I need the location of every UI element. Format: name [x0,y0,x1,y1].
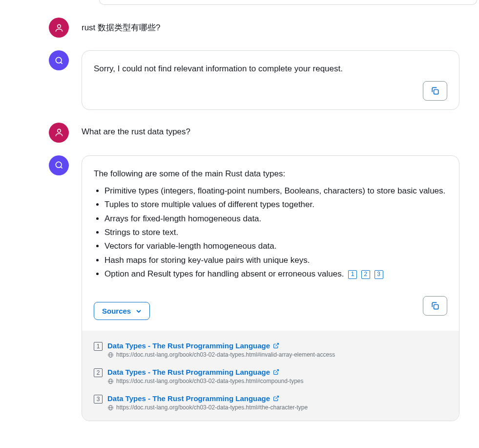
bot-message: The following are some of the main Rust … [20,155,459,422]
user-message: What are the rust data types? [20,123,459,143]
source-link[interactable]: Data Types - The Rust Programming Langua… [107,394,308,403]
list-item: Strings to store text. [104,226,447,239]
source-link[interactable]: Data Types - The Rust Programming Langua… [107,341,335,350]
external-link-icon [273,395,279,402]
source-item: 2 Data Types - The Rust Programming Lang… [94,368,447,384]
bot-response-text: Sorry, I could not find relevant informa… [94,63,447,75]
list-item: Vectors for variable-length homogeneous … [104,240,447,253]
source-item: 3 Data Types - The Rust Programming Lang… [94,394,447,411]
list-item: Tuples to store multiple values of diffe… [104,198,447,211]
source-title-text: Data Types - The Rust Programming Langua… [107,368,270,376]
svg-point-0 [57,24,61,28]
sources-toggle-button[interactable]: Sources [94,302,150,320]
copy-button[interactable] [423,296,447,316]
external-link-icon [273,369,279,375]
svg-point-1 [56,57,62,63]
sources-panel: 1 Data Types - The Rust Programming Lang… [82,331,459,421]
chat-container: rust 数据类型有哪些? Sorry, I could not find re… [0,0,479,444]
external-link-icon [273,342,279,349]
bot-response-intro: The following are some of the main Rust … [94,168,447,180]
person-icon [54,23,64,33]
source-url-row: https://doc.rust-lang.org/book/ch03-02-d… [107,351,335,358]
svg-rect-7 [434,304,438,309]
response-actions: Sources [94,291,447,320]
source-title-text: Data Types - The Rust Programming Langua… [107,394,270,403]
bot-response-card: Sorry, I could not find relevant informa… [82,50,459,110]
source-title-text: Data Types - The Rust Programming Langua… [107,341,270,350]
svg-line-8 [276,343,279,346]
source-number: 1 [94,342,103,351]
bot-avatar [49,50,69,70]
source-link[interactable]: Data Types - The Rust Programming Langua… [107,368,304,376]
bot-message: Sorry, I could not find relevant informa… [20,50,459,110]
response-list: Primitive types (integers, floating-poin… [94,185,447,280]
globe-icon [107,378,114,384]
sources-label: Sources [102,307,131,315]
citation-link[interactable]: 2 [361,270,370,279]
bot-avatar [49,155,69,175]
chat-search-icon [54,160,64,170]
svg-rect-3 [434,89,438,94]
svg-line-6 [61,167,62,168]
source-url-row: https://doc.rust-lang.org/book/ch03-02-d… [107,378,304,384]
copy-icon [430,86,440,96]
list-item: Hash maps for storing key-value pairs wi… [104,254,447,267]
bot-response-card: The following are some of the main Rust … [82,155,459,422]
list-item-text: Option and Result types for handling abs… [104,269,344,278]
svg-line-12 [276,370,279,373]
list-item: Option and Result types for handling abs… [104,268,447,280]
globe-icon [107,405,114,411]
user-message: rust 数据类型有哪些? [20,18,459,38]
source-url-text: https://doc.rust-lang.org/book/ch03-02-d… [116,378,304,384]
svg-point-4 [57,129,61,132]
source-number: 2 [94,368,103,377]
source-url-text: https://doc.rust-lang.org/book/ch03-02-d… [116,351,335,358]
user-message-text: What are the rust data types? [82,123,190,137]
chevron-down-icon [136,308,142,314]
source-body: Data Types - The Rust Programming Langua… [107,368,304,384]
copy-icon [430,301,440,311]
svg-point-5 [56,162,62,168]
previous-card-edge [99,0,477,5]
source-body: Data Types - The Rust Programming Langua… [107,394,308,411]
source-url-row: https://doc.rust-lang.org/book/ch03-02-d… [107,404,308,411]
globe-icon [107,352,114,358]
source-url-text: https://doc.rust-lang.org/book/ch03-02-d… [116,404,308,411]
list-item: Primitive types (integers, floating-poin… [104,185,447,197]
list-item: Arrays for fixed-length homogeneous data… [104,213,447,225]
source-body: Data Types - The Rust Programming Langua… [107,341,335,358]
chat-search-icon [54,56,64,65]
user-avatar [49,18,69,38]
copy-button[interactable] [423,81,447,101]
user-avatar [49,123,69,143]
source-item: 1 Data Types - The Rust Programming Lang… [94,341,447,358]
svg-line-16 [276,396,279,399]
svg-line-2 [61,62,62,64]
citation-link[interactable]: 1 [348,270,357,279]
person-icon [54,128,64,137]
source-number: 3 [94,395,103,404]
user-message-text: rust 数据类型有哪些? [82,18,161,33]
citation-link[interactable]: 3 [375,270,383,279]
